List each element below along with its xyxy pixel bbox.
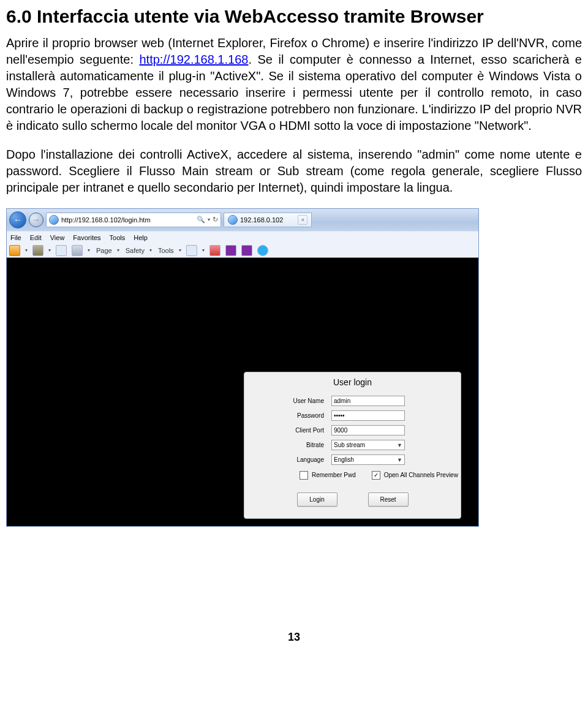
- password-input[interactable]: •••••: [331, 410, 405, 421]
- open-channels-label: Open All Channels Preview: [384, 472, 458, 478]
- tab-title: 192.168.0.102: [240, 216, 283, 224]
- print-icon[interactable]: [72, 245, 83, 256]
- language-select[interactable]: English ▼: [331, 454, 405, 465]
- paragraph-1: Aprire il proprio browser web (Internet …: [6, 35, 582, 134]
- home-dropdown-icon[interactable]: ▾: [25, 247, 28, 253]
- chevron-down-icon: ▼: [397, 457, 402, 463]
- menu-help[interactable]: Help: [134, 234, 148, 241]
- reset-button[interactable]: Reset: [368, 492, 409, 507]
- address-dropdown-icon[interactable]: ▾: [208, 217, 210, 222]
- language-label: Language: [244, 456, 331, 463]
- help-icon[interactable]: [186, 245, 197, 256]
- user-name-input[interactable]: admin: [331, 396, 405, 406]
- onenote-icon[interactable]: [225, 245, 236, 256]
- browser-nav-bar: ← → http://192.168.0.102/login.htm 🔍 ▾ ↻…: [7, 209, 478, 231]
- help-dropdown-icon[interactable]: ▾: [202, 247, 205, 253]
- login-title: User login: [244, 372, 461, 394]
- skype-icon[interactable]: [257, 245, 268, 256]
- remember-pwd-checkbox[interactable]: [300, 471, 308, 480]
- address-text: http://192.168.0.102/login.htm: [61, 216, 194, 224]
- client-port-label: Client Port: [244, 427, 331, 434]
- mail-icon[interactable]: [56, 245, 67, 256]
- menu-tools[interactable]: Tools: [110, 234, 126, 241]
- language-value: English: [334, 456, 354, 463]
- password-label: Password: [244, 412, 331, 419]
- paragraph-2: Dopo l'installazione dei controlli Activ…: [6, 146, 582, 196]
- page-number: 13: [6, 631, 582, 644]
- onenote-linked-icon[interactable]: [241, 245, 252, 256]
- print-dropdown-icon[interactable]: ▾: [88, 247, 90, 253]
- safety-dropdown-icon[interactable]: ▾: [149, 247, 152, 253]
- ie-icon: [49, 215, 59, 225]
- user-name-label: User Name: [244, 398, 331, 404]
- toolbar-safety[interactable]: Safety: [126, 247, 145, 254]
- login-button[interactable]: Login: [297, 492, 337, 507]
- back-button[interactable]: ←: [9, 211, 26, 228]
- bitrate-value: Sub stream: [334, 442, 365, 448]
- menu-bar: File Edit View Favorites Tools Help: [7, 231, 478, 244]
- tools-dropdown-icon[interactable]: ▾: [179, 247, 181, 253]
- browser-window: ← → http://192.168.0.102/login.htm 🔍 ▾ ↻…: [6, 208, 479, 527]
- chevron-down-icon: ▼: [397, 442, 402, 448]
- remember-pwd-label: Remember Pwd: [312, 472, 356, 478]
- page-dropdown-icon[interactable]: ▾: [117, 247, 119, 253]
- feeds-icon[interactable]: [32, 245, 43, 256]
- search-icon[interactable]: 🔍: [197, 216, 205, 224]
- open-channels-checkbox[interactable]: ✓: [372, 471, 380, 480]
- menu-file[interactable]: File: [10, 234, 21, 241]
- toolbar-page[interactable]: Page: [96, 247, 112, 254]
- section-heading: 6.0 Interfaccia utente via WebAccesso tr…: [6, 6, 582, 28]
- login-panel: User login User Name admin Password ••••…: [244, 372, 461, 519]
- bitrate-select[interactable]: Sub stream ▼: [331, 440, 405, 450]
- client-port-input[interactable]: 9000: [331, 425, 405, 435]
- page-content-area: User login User Name admin Password ••••…: [7, 258, 478, 526]
- tool-bar: ▾ ▾ ▾ Page ▾ Safety ▾ Tools ▾ ▾: [7, 244, 478, 258]
- address-bar[interactable]: http://192.168.0.102/login.htm 🔍 ▾ ↻: [46, 213, 221, 227]
- menu-favorites[interactable]: Favorites: [73, 234, 100, 241]
- extension-icon-1[interactable]: [209, 245, 221, 256]
- refresh-icon[interactable]: ↻: [213, 216, 218, 224]
- menu-edit[interactable]: Edit: [30, 234, 42, 241]
- menu-view[interactable]: View: [50, 234, 65, 241]
- bitrate-label: Bitrate: [244, 442, 331, 448]
- feeds-dropdown-icon[interactable]: ▾: [48, 247, 51, 253]
- home-icon[interactable]: [9, 245, 20, 256]
- nvr-ip-link[interactable]: http://192.168.1.168: [139, 53, 248, 66]
- toolbar-tools[interactable]: Tools: [158, 247, 174, 254]
- tab-ie-icon: [228, 215, 238, 225]
- browser-tab[interactable]: 192.168.0.102 ×: [224, 213, 312, 227]
- tab-close-button[interactable]: ×: [298, 215, 307, 225]
- forward-button[interactable]: →: [29, 213, 43, 227]
